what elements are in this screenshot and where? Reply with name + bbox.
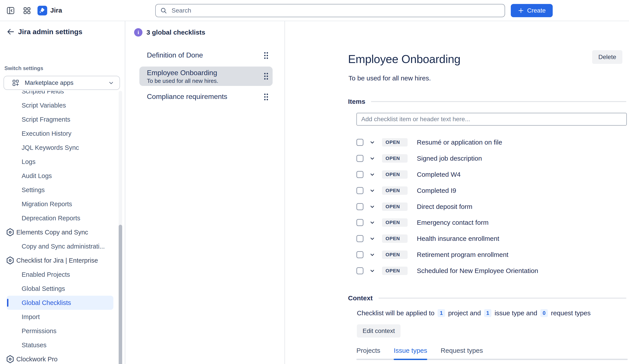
delete-button[interactable]: Delete xyxy=(592,50,622,64)
back-arrow-icon[interactable] xyxy=(6,27,15,37)
item-status-badge[interactable]: OPEN xyxy=(382,202,408,211)
sidebar-item-elements-copy-and-sync[interactable]: Elements Copy and Sync xyxy=(0,225,125,239)
section-divider xyxy=(371,101,626,102)
tab-issue-types[interactable]: Issue types xyxy=(394,347,427,360)
sidebar-item-scripted-fields[interactable]: Scripted Fields xyxy=(0,91,125,98)
checklist-item-row[interactable]: OPEN Scheduled for New Employee Orientat… xyxy=(356,263,627,279)
sidebar-item-global-checklists[interactable]: Global Checklists xyxy=(7,296,113,310)
item-status-badge[interactable]: OPEN xyxy=(382,170,408,179)
switch-settings-label: Switch settings xyxy=(4,65,43,71)
app-name: Jira xyxy=(50,7,62,14)
edit-context-button[interactable]: Edit context xyxy=(357,324,401,338)
search-input[interactable] xyxy=(171,7,500,14)
context-section-header: Context xyxy=(348,294,626,302)
chevron-down-icon[interactable] xyxy=(370,204,375,209)
drag-handle-icon[interactable] xyxy=(263,72,269,80)
tab-projects[interactable]: Projects xyxy=(356,347,380,360)
add-checklist-item-input[interactable] xyxy=(356,113,627,126)
sidebar-scrollbar-thumb[interactable] xyxy=(119,225,122,364)
app-grid-icon[interactable] xyxy=(22,6,32,15)
item-checkbox[interactable] xyxy=(356,267,363,274)
checklist-item-row[interactable]: OPEN Resumé or application on file xyxy=(356,134,627,151)
sidebar-item-logs[interactable]: Logs xyxy=(0,155,125,169)
active-item-indicator xyxy=(7,299,8,307)
sidebar-item-settings[interactable]: Settings xyxy=(0,183,125,197)
chevron-down-icon[interactable] xyxy=(370,268,375,273)
item-status-badge[interactable]: OPEN xyxy=(382,234,408,243)
checklist-detail-panel: Employee Onboarding Delete To be used fo… xyxy=(285,21,629,364)
item-checkbox[interactable] xyxy=(356,203,363,210)
sidebar-item-clockwork-pro[interactable]: Clockwork Pro xyxy=(0,352,125,364)
item-label: Completed W4 xyxy=(417,171,461,178)
checklist-row-compliance-requirements[interactable]: Compliance requirements xyxy=(139,87,273,107)
create-button[interactable]: Create xyxy=(511,4,553,17)
item-checkbox[interactable] xyxy=(356,171,363,178)
settings-app-selector[interactable]: Marketplace apps xyxy=(3,76,120,90)
checklist-items-list: OPEN Resumé or application on file OPEN … xyxy=(356,134,627,279)
item-status-badge[interactable]: OPEN xyxy=(382,267,408,275)
sidebar-item-statuses[interactable]: Statuses xyxy=(0,338,125,352)
drag-handle-icon[interactable] xyxy=(263,93,269,101)
item-checkbox[interactable] xyxy=(356,155,363,162)
item-status-badge[interactable]: OPEN xyxy=(382,251,408,259)
context-tabs: Projects Issue types Request types xyxy=(356,346,628,360)
checklist-item-row[interactable]: OPEN Health insurance enrollment xyxy=(356,231,627,247)
sidebar-item-enabled-projects[interactable]: Enabled Projects xyxy=(0,268,125,281)
checklist-row-employee-onboarding[interactable]: Employee Onboarding To be used for all n… xyxy=(139,67,273,86)
item-checkbox[interactable] xyxy=(356,251,363,258)
item-status-badge[interactable]: OPEN xyxy=(382,186,408,195)
sidebar-item-migration-reports[interactable]: Migration Reports xyxy=(0,197,125,211)
item-checkbox[interactable] xyxy=(356,187,363,194)
checklist-item-row[interactable]: OPEN Emergency contact form xyxy=(356,215,627,231)
chevron-down-icon[interactable] xyxy=(370,156,375,161)
checklist-item-row[interactable]: OPEN Completed W4 xyxy=(356,167,627,183)
checklist-item-row[interactable]: OPEN Completed I9 xyxy=(356,182,627,198)
checklist-count-text: 3 global checklists xyxy=(147,29,205,36)
sidebar-item-audit-logs[interactable]: Audit Logs xyxy=(0,169,125,183)
marketplace-apps-icon xyxy=(12,79,19,87)
tab-request-types[interactable]: Request types xyxy=(441,347,483,360)
checklist-row-description: To be used for all new hires. xyxy=(147,78,218,84)
top-navigation-bar: Jira Create xyxy=(0,0,629,21)
jira-admin-global-checklists-page: Jira Create Jira admin settings Switch s… xyxy=(0,0,629,364)
chevron-down-icon[interactable] xyxy=(370,188,375,193)
sidebar-nav-list: Scripted Fields Script Variables Script … xyxy=(0,91,125,364)
item-label: Health insurance enrollment xyxy=(417,235,499,242)
sidebar-item-deprecation-reports[interactable]: Deprecation Reports xyxy=(0,211,125,225)
chevron-down-icon[interactable] xyxy=(370,236,375,241)
jira-logo[interactable] xyxy=(37,6,47,15)
sidebar-item-execution-history[interactable]: Execution History xyxy=(0,126,125,141)
sidebar-item-script-variables[interactable]: Script Variables xyxy=(0,98,125,112)
chevron-down-icon[interactable] xyxy=(370,220,375,225)
sidebar-item-checklist-for-jira-enterprise[interactable]: Checklist for Jira | Enterprise xyxy=(0,253,125,268)
item-label: Scheduled for New Employee Orientation xyxy=(417,267,538,274)
checklist-item-row[interactable]: OPEN Signed job description xyxy=(356,151,627,167)
sidebar-item-jql-keywords-sync[interactable]: JQL Keywords Sync xyxy=(0,141,125,155)
app-hexagon-icon xyxy=(6,256,14,265)
item-checkbox[interactable] xyxy=(356,235,363,242)
collapse-sidebar-icon[interactable] xyxy=(6,6,15,15)
items-section-header: Items xyxy=(348,98,626,105)
chevron-down-icon[interactable] xyxy=(370,140,375,145)
drag-handle-icon[interactable] xyxy=(263,52,269,60)
item-status-badge[interactable]: OPEN xyxy=(382,138,408,147)
item-checkbox[interactable] xyxy=(356,139,363,146)
sidebar-item-import[interactable]: Import xyxy=(0,310,125,324)
checklist-item-row[interactable]: OPEN Direct deposit form xyxy=(356,198,627,215)
item-label: Signed job description xyxy=(417,155,482,162)
plus-icon xyxy=(518,7,524,14)
chevron-down-icon[interactable] xyxy=(370,252,375,257)
item-status-badge[interactable]: OPEN xyxy=(382,218,408,227)
global-search[interactable] xyxy=(155,4,505,17)
sidebar-item-permissions[interactable]: Permissions xyxy=(0,324,125,338)
sidebar-item-global-settings[interactable]: Global Settings xyxy=(0,281,125,296)
sidebar-item-script-fragments[interactable]: Script Fragments xyxy=(0,112,125,126)
item-label: Completed I9 xyxy=(417,187,456,194)
sidebar-item-copy-and-sync-administration[interactable]: Copy and Sync administrati... xyxy=(0,239,125,253)
item-status-badge[interactable]: OPEN xyxy=(382,154,408,163)
checklist-item-row[interactable]: OPEN Retirement program enrollment xyxy=(356,247,627,263)
item-checkbox[interactable] xyxy=(356,219,363,226)
chevron-down-icon xyxy=(108,80,114,86)
checklist-row-definition-of-done[interactable]: Definition of Done xyxy=(139,46,273,65)
chevron-down-icon[interactable] xyxy=(370,172,375,177)
